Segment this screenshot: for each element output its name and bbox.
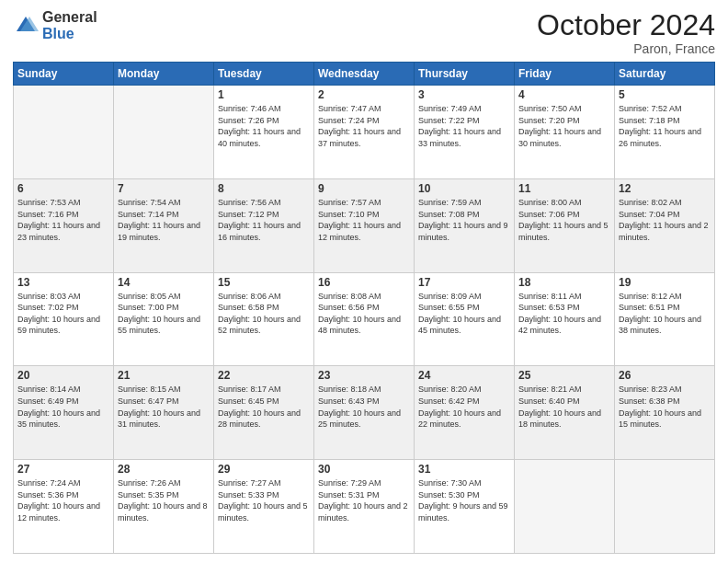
day-info: Sunrise: 8:12 AMSunset: 6:51 PMDaylight:… xyxy=(619,291,711,337)
day-info: Sunrise: 8:02 AMSunset: 7:04 PMDaylight:… xyxy=(619,197,711,243)
calendar-cell: 15Sunrise: 8:06 AMSunset: 6:58 PMDayligh… xyxy=(214,272,314,366)
day-info: Sunrise: 7:57 AMSunset: 7:10 PMDaylight:… xyxy=(318,197,410,243)
calendar-cell: 2Sunrise: 7:47 AMSunset: 7:24 PMDaylight… xyxy=(314,86,415,179)
logo-blue: Blue xyxy=(42,26,97,42)
day-number: 6 xyxy=(17,182,109,195)
day-info: Sunrise: 8:11 AMSunset: 6:53 PMDaylight:… xyxy=(518,291,610,337)
calendar-cell: 20Sunrise: 8:14 AMSunset: 6:49 PMDayligh… xyxy=(14,366,114,460)
day-number: 17 xyxy=(418,276,510,289)
week-row-5: 27Sunrise: 7:24 AMSunset: 5:36 PMDayligh… xyxy=(14,460,715,554)
day-number: 20 xyxy=(17,369,109,382)
day-info: Sunrise: 7:49 AMSunset: 7:22 PMDaylight:… xyxy=(418,103,510,149)
calendar-cell: 22Sunrise: 8:17 AMSunset: 6:45 PMDayligh… xyxy=(214,366,314,460)
day-info: Sunrise: 8:15 AMSunset: 6:47 PMDaylight:… xyxy=(118,384,210,430)
day-info: Sunrise: 7:47 AMSunset: 7:24 PMDaylight:… xyxy=(318,103,410,149)
day-number: 24 xyxy=(418,369,510,382)
day-number: 2 xyxy=(318,88,410,101)
day-number: 8 xyxy=(218,182,310,195)
calendar-cell: 13Sunrise: 8:03 AMSunset: 7:02 PMDayligh… xyxy=(14,272,114,366)
day-info: Sunrise: 7:50 AMSunset: 7:20 PMDaylight:… xyxy=(518,103,610,149)
calendar-cell: 17Sunrise: 8:09 AMSunset: 6:55 PMDayligh… xyxy=(415,272,515,366)
day-info: Sunrise: 8:03 AMSunset: 7:02 PMDaylight:… xyxy=(17,291,109,337)
day-number: 28 xyxy=(118,463,210,476)
day-number: 23 xyxy=(318,369,410,382)
day-number: 30 xyxy=(318,463,410,476)
day-info: Sunrise: 8:08 AMSunset: 6:56 PMDaylight:… xyxy=(318,291,410,337)
calendar-cell: 26Sunrise: 8:23 AMSunset: 6:38 PMDayligh… xyxy=(615,366,715,460)
calendar-cell: 19Sunrise: 8:12 AMSunset: 6:51 PMDayligh… xyxy=(615,272,715,366)
calendar: SundayMondayTuesdayWednesdayThursdayFrid… xyxy=(13,62,715,554)
calendar-cell xyxy=(515,460,615,554)
day-info: Sunrise: 7:53 AMSunset: 7:16 PMDaylight:… xyxy=(17,197,109,243)
week-row-4: 20Sunrise: 8:14 AMSunset: 6:49 PMDayligh… xyxy=(14,366,715,460)
day-number: 14 xyxy=(118,276,210,289)
day-number: 9 xyxy=(318,182,410,195)
calendar-cell: 18Sunrise: 8:11 AMSunset: 6:53 PMDayligh… xyxy=(515,272,615,366)
day-info: Sunrise: 8:17 AMSunset: 6:45 PMDaylight:… xyxy=(218,384,310,430)
calendar-cell: 30Sunrise: 7:29 AMSunset: 5:31 PMDayligh… xyxy=(314,460,415,554)
day-info: Sunrise: 7:56 AMSunset: 7:12 PMDaylight:… xyxy=(218,197,310,243)
calendar-cell xyxy=(615,460,715,554)
day-number: 16 xyxy=(318,276,410,289)
day-info: Sunrise: 8:21 AMSunset: 6:40 PMDaylight:… xyxy=(518,384,610,430)
day-number: 7 xyxy=(118,182,210,195)
calendar-cell: 16Sunrise: 8:08 AMSunset: 6:56 PMDayligh… xyxy=(314,272,415,366)
day-number: 22 xyxy=(218,369,310,382)
logo-general: General xyxy=(42,9,97,26)
day-info: Sunrise: 8:06 AMSunset: 6:58 PMDaylight:… xyxy=(218,291,310,337)
day-header-sunday: Sunday xyxy=(14,63,114,86)
week-row-3: 13Sunrise: 8:03 AMSunset: 7:02 PMDayligh… xyxy=(14,272,715,366)
page: General Blue October 2024 Paron, France … xyxy=(0,0,728,563)
day-info: Sunrise: 8:05 AMSunset: 7:00 PMDaylight:… xyxy=(118,291,210,337)
header: General Blue October 2024 Paron, France xyxy=(13,9,715,56)
calendar-cell: 21Sunrise: 8:15 AMSunset: 6:47 PMDayligh… xyxy=(114,366,214,460)
day-info: Sunrise: 8:23 AMSunset: 6:38 PMDaylight:… xyxy=(619,384,711,430)
day-header-wednesday: Wednesday xyxy=(314,63,415,86)
day-number: 13 xyxy=(17,276,109,289)
day-header-friday: Friday xyxy=(515,63,615,86)
day-number: 11 xyxy=(518,182,610,195)
day-info: Sunrise: 8:20 AMSunset: 6:42 PMDaylight:… xyxy=(418,384,510,430)
day-header-thursday: Thursday xyxy=(415,63,515,86)
logo-icon xyxy=(13,13,39,39)
header-row: SundayMondayTuesdayWednesdayThursdayFrid… xyxy=(14,63,715,86)
day-info: Sunrise: 7:54 AMSunset: 7:14 PMDaylight:… xyxy=(118,197,210,243)
calendar-cell: 24Sunrise: 8:20 AMSunset: 6:42 PMDayligh… xyxy=(415,366,515,460)
day-number: 3 xyxy=(418,88,510,101)
day-info: Sunrise: 7:27 AMSunset: 5:33 PMDaylight:… xyxy=(218,477,310,523)
day-info: Sunrise: 7:26 AMSunset: 5:35 PMDaylight:… xyxy=(118,477,210,523)
calendar-cell: 6Sunrise: 7:53 AMSunset: 7:16 PMDaylight… xyxy=(14,178,114,272)
calendar-cell: 25Sunrise: 8:21 AMSunset: 6:40 PMDayligh… xyxy=(515,366,615,460)
logo: General Blue xyxy=(13,9,97,41)
calendar-cell: 5Sunrise: 7:52 AMSunset: 7:18 PMDaylight… xyxy=(615,86,715,179)
day-info: Sunrise: 7:52 AMSunset: 7:18 PMDaylight:… xyxy=(619,103,711,149)
day-info: Sunrise: 8:18 AMSunset: 6:43 PMDaylight:… xyxy=(318,384,410,430)
calendar-cell: 12Sunrise: 8:02 AMSunset: 7:04 PMDayligh… xyxy=(615,178,715,272)
day-number: 29 xyxy=(218,463,310,476)
calendar-cell xyxy=(14,86,114,179)
day-number: 31 xyxy=(418,463,510,476)
day-number: 1 xyxy=(218,88,310,101)
calendar-cell: 3Sunrise: 7:49 AMSunset: 7:22 PMDaylight… xyxy=(415,86,515,179)
day-info: Sunrise: 7:24 AMSunset: 5:36 PMDaylight:… xyxy=(17,477,109,523)
calendar-cell: 1Sunrise: 7:46 AMSunset: 7:26 PMDaylight… xyxy=(214,86,314,179)
calendar-cell: 9Sunrise: 7:57 AMSunset: 7:10 PMDaylight… xyxy=(314,178,415,272)
calendar-cell: 28Sunrise: 7:26 AMSunset: 5:35 PMDayligh… xyxy=(114,460,214,554)
day-number: 27 xyxy=(17,463,109,476)
day-info: Sunrise: 7:59 AMSunset: 7:08 PMDaylight:… xyxy=(418,197,510,243)
week-row-2: 6Sunrise: 7:53 AMSunset: 7:16 PMDaylight… xyxy=(14,178,715,272)
location: Paron, France xyxy=(537,41,715,56)
day-number: 26 xyxy=(619,369,711,382)
month-title: October 2024 xyxy=(537,9,715,41)
day-info: Sunrise: 8:09 AMSunset: 6:55 PMDaylight:… xyxy=(418,291,510,337)
day-header-saturday: Saturday xyxy=(615,63,715,86)
day-header-tuesday: Tuesday xyxy=(214,63,314,86)
week-row-1: 1Sunrise: 7:46 AMSunset: 7:26 PMDaylight… xyxy=(14,86,715,179)
day-number: 10 xyxy=(418,182,510,195)
day-number: 5 xyxy=(619,88,711,101)
day-header-monday: Monday xyxy=(114,63,214,86)
day-number: 18 xyxy=(518,276,610,289)
day-number: 19 xyxy=(619,276,711,289)
day-info: Sunrise: 7:30 AMSunset: 5:30 PMDaylight:… xyxy=(418,477,510,523)
day-info: Sunrise: 7:29 AMSunset: 5:31 PMDaylight:… xyxy=(318,477,410,523)
